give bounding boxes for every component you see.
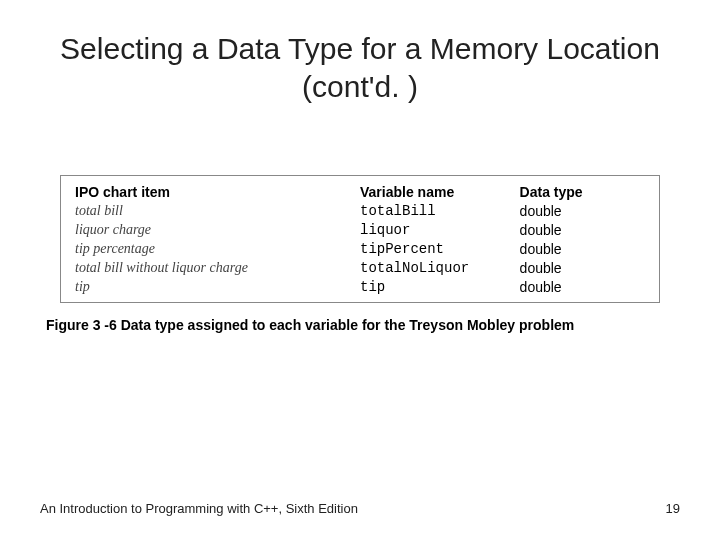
- table-row: liquor charge liquor double: [75, 221, 645, 240]
- cell-item: tip percentage: [75, 240, 360, 259]
- cell-type: double: [520, 221, 645, 240]
- header-type: Data type: [520, 184, 645, 202]
- cell-item: total bill: [75, 202, 360, 221]
- table-row: total bill totalBill double: [75, 202, 645, 221]
- cell-var: totalNoLiquor: [360, 259, 520, 278]
- footer-page: 19: [666, 501, 680, 516]
- header-var: Variable name: [360, 184, 520, 202]
- cell-type: double: [520, 240, 645, 259]
- footer: An Introduction to Programming with C++,…: [40, 501, 680, 516]
- table-row: tip tip double: [75, 278, 645, 297]
- figure-caption: Figure 3 -6 Data type assigned to each v…: [46, 317, 680, 333]
- cell-var: liquor: [360, 221, 520, 240]
- ipo-chart-box: IPO chart item Variable name Data type t…: [60, 175, 660, 303]
- header-item: IPO chart item: [75, 184, 360, 202]
- slide: Selecting a Data Type for a Memory Locat…: [0, 0, 720, 540]
- table-row: total bill without liquor charge totalNo…: [75, 259, 645, 278]
- cell-type: double: [520, 259, 645, 278]
- cell-item: tip: [75, 278, 360, 297]
- cell-var: tipPercent: [360, 240, 520, 259]
- cell-type: double: [520, 278, 645, 297]
- cell-type: double: [520, 202, 645, 221]
- footer-book: An Introduction to Programming with C++,…: [40, 501, 358, 516]
- table-header-row: IPO chart item Variable name Data type: [75, 184, 645, 202]
- table-row: tip percentage tipPercent double: [75, 240, 645, 259]
- page-title: Selecting a Data Type for a Memory Locat…: [40, 30, 680, 105]
- cell-item: liquor charge: [75, 221, 360, 240]
- cell-item: total bill without liquor charge: [75, 259, 360, 278]
- cell-var: tip: [360, 278, 520, 297]
- cell-var: totalBill: [360, 202, 520, 221]
- ipo-table: IPO chart item Variable name Data type t…: [75, 184, 645, 296]
